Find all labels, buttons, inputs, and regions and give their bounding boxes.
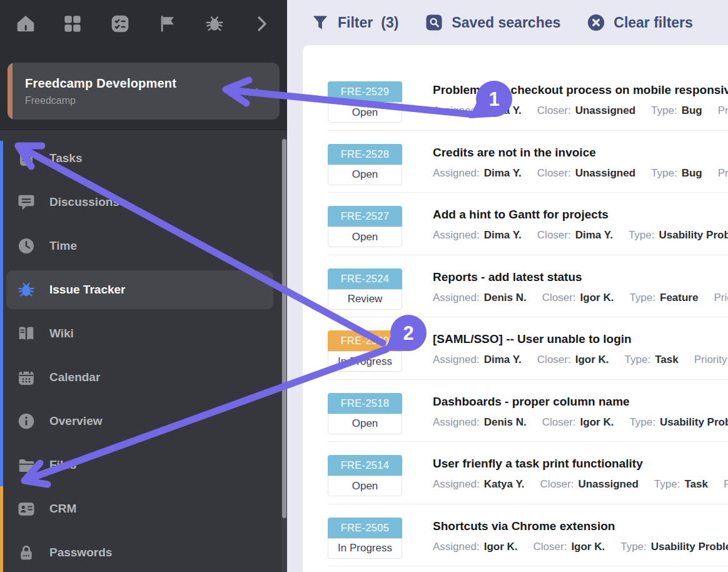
issue-id-badge[interactable]: FRE-2514	[328, 455, 402, 476]
discussions-icon	[17, 193, 36, 212]
issue-title[interactable]: Add a hint to Gantt for projects	[433, 208, 728, 222]
issue-row[interactable]: FRE-2529 Open Problem with checkout proc…	[328, 68, 728, 131]
crm-contact-card-icon	[17, 499, 36, 518]
sidebar-menu-item[interactable]: Issue Tracker	[6, 270, 273, 309]
closer-value: Igor K.	[571, 541, 605, 553]
sidebar-menu-item[interactable]: Discussions	[0, 180, 287, 224]
assigned-label: Assigned:	[433, 167, 480, 179]
filter-button[interactable]: Filter (3)	[311, 13, 398, 32]
project-selector[interactable]: Freedcamp Development Freedcamp	[8, 63, 280, 120]
issue-row[interactable]: FRE-2527 Open Add a hint to Gantt for pr…	[328, 193, 728, 255]
filter-label: Filter	[338, 14, 373, 31]
task-list-icon[interactable]	[110, 14, 130, 34]
issue-id-badge[interactable]: FRE-2524	[328, 268, 402, 289]
sidebar-scrollbar-thumb[interactable]	[282, 139, 286, 518]
sidebar-menu-item[interactable]: Overview	[0, 399, 287, 443]
closer-label: Closer:	[537, 167, 571, 179]
issue-meta: Assigned:Dima Y.Closer:Igor K.Type:TaskP…	[433, 354, 728, 366]
issue-row[interactable]: FRE-2514 Open User frienfly a task print…	[328, 442, 728, 504]
clear-filters-button[interactable]: Clear filters	[587, 13, 693, 32]
issue-row[interactable]: FRE-2520 In Progress [SAML/SSO] -- User …	[328, 317, 728, 380]
issue-id-badge[interactable]: FRE-2528	[328, 144, 402, 165]
sidebar-menu-item-label: Discussions	[49, 195, 119, 209]
sidebar-menu-item[interactable]: Passwords	[0, 531, 287, 572]
issue-id-badge[interactable]: FRE-2529	[328, 81, 402, 102]
issue-row[interactable]: FRE-2505 In Progress Shortcuts via Chrom…	[328, 504, 728, 567]
issue-id-block: FRE-2514 Open	[328, 455, 402, 504]
issue-row[interactable]: FRE-2528 Open Credits are not in the inv…	[328, 131, 728, 193]
sidebar-menu-item-label: Tasks	[49, 151, 82, 165]
priority-label: Priority:	[714, 292, 728, 304]
closer-value: Igor K.	[580, 416, 614, 428]
sidebar-accent-blue	[0, 141, 3, 486]
type-value: Usability Problem	[660, 416, 728, 428]
assigned-value: Dima Y.	[484, 229, 522, 241]
issue-title[interactable]: Dashboards - proper column name	[433, 395, 728, 409]
closer-value: Unassigned	[575, 167, 635, 179]
assigned-value: Dima Y.	[484, 105, 522, 116]
apps-grid-icon[interactable]	[63, 14, 83, 34]
issue-title[interactable]: User frienfly a task print functionality	[433, 457, 728, 471]
issue-id-badge[interactable]: FRE-2505	[328, 518, 402, 538]
issue-meta: Assigned:Igor K.Closer:Igor K.Type:Usabi…	[433, 541, 728, 553]
bug-icon[interactable]	[205, 14, 225, 34]
issue-main: Dashboards - proper column name Assigned…	[433, 393, 728, 442]
issue-status: Open	[328, 102, 402, 123]
issue-id-block: FRE-2520 In Progress	[328, 330, 402, 379]
type-label: Type:	[629, 292, 655, 304]
closer-value: Igor K.	[580, 292, 614, 304]
overview-info-icon	[17, 412, 36, 431]
sidebar-menu-item[interactable]: Files	[0, 443, 287, 487]
sidebar-menu-item[interactable]: CRM	[0, 487, 287, 531]
closer-value: Unassigned	[575, 105, 635, 116]
issue-id-block: FRE-2527 Open	[328, 206, 402, 255]
issue-title[interactable]: [SAML/SSO] -- User unable to login	[433, 332, 728, 346]
type-label: Type:	[620, 541, 647, 553]
issue-title[interactable]: Reports - add latest status	[433, 270, 728, 284]
saved-searches-button[interactable]: Saved searches	[425, 13, 560, 32]
issue-tracker-bug-icon	[17, 280, 36, 299]
issue-status: Review	[328, 289, 402, 310]
issue-main: Reports - add latest status Assigned:Den…	[433, 268, 728, 317]
funnel-icon	[311, 13, 330, 32]
issue-row[interactable]: FRE-2524 Review Reports - add latest sta…	[328, 255, 728, 318]
sidebar-menu-item-label: CRM	[49, 502, 76, 516]
type-value: Task	[655, 354, 679, 365]
passwords-lock-icon	[17, 543, 36, 562]
assigned-value: Katya Y.	[484, 478, 525, 490]
assigned-label: Assigned:	[433, 416, 480, 428]
issue-status: Open	[328, 227, 402, 247]
assigned-label: Assigned:	[433, 541, 480, 553]
issue-id-badge[interactable]: FRE-2527	[328, 206, 402, 227]
type-value: Usability Problem	[659, 229, 728, 241]
issue-id-badge[interactable]: FRE-2520	[328, 330, 402, 351]
type-label: Type:	[654, 478, 680, 490]
flag-icon[interactable]	[157, 14, 177, 34]
issue-row[interactable]: FRE-2518 Open Dashboards - proper column…	[328, 380, 728, 442]
app-topbar	[0, 0, 287, 48]
assigned-label: Assigned:	[433, 354, 480, 365]
saved-search-icon	[425, 13, 443, 32]
sidebar-menu-item[interactable]: Wiki	[0, 312, 287, 355]
issue-title[interactable]: Problem with checkout process on mobile …	[433, 83, 728, 97]
chevron-right-icon[interactable]	[251, 14, 271, 34]
sidebar-menu-item-label: Issue Tracker	[49, 283, 125, 297]
project-accent-bar	[8, 63, 13, 120]
home-icon[interactable]	[16, 14, 36, 34]
issue-id-badge[interactable]: FRE-2518	[328, 393, 402, 414]
clear-circle-x-icon	[587, 13, 605, 32]
closer-label: Closer:	[542, 416, 576, 428]
priority-label: Priority:	[718, 167, 728, 179]
priority-label: Priority:	[694, 354, 728, 365]
wiki-icon	[17, 324, 36, 343]
closer-label: Closer:	[542, 292, 576, 304]
filter-count: (3)	[381, 14, 398, 31]
sidebar-menu-item[interactable]: Tasks	[0, 136, 287, 180]
issue-title[interactable]: Credits are not in the invoice	[433, 146, 728, 160]
chevron-down-icon[interactable]	[243, 82, 262, 101]
issue-title[interactable]: Shortcuts via Chrome extension	[433, 519, 728, 533]
sidebar-menu-item[interactable]: Calendar	[0, 355, 287, 399]
issue-id-block: FRE-2505 In Progress	[328, 518, 402, 566]
saved-searches-label: Saved searches	[452, 14, 560, 31]
sidebar-menu-item[interactable]: Time	[0, 224, 287, 268]
